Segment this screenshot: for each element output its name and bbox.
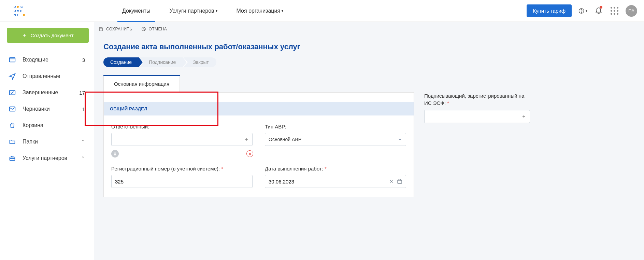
person-icon (111, 150, 119, 158)
signer-input[interactable]: ＋ (424, 110, 530, 123)
plus-icon: ＋ (22, 32, 27, 39)
section-general-header: ОБЩИЙ РАЗДЕЛ (104, 102, 414, 115)
step-create[interactable]: Создание (103, 57, 139, 67)
avatar[interactable]: ПА (626, 5, 637, 17)
svg-point-1 (17, 6, 19, 8)
svg-text:C: C (20, 5, 23, 9)
nav-documents[interactable]: Документы (113, 0, 160, 22)
svg-point-5 (23, 14, 25, 16)
svg-rect-14 (100, 27, 102, 28)
tab-main-info[interactable]: Основная информация (103, 75, 180, 92)
reg-number-text[interactable] (115, 179, 249, 184)
sidebar-label: Корзина (23, 122, 87, 128)
work-date-input[interactable]: ✕ (265, 175, 406, 188)
plus-icon[interactable]: ＋ (244, 136, 249, 142)
notification-dot (600, 6, 602, 9)
calendar-icon[interactable] (397, 179, 402, 184)
notification-bell-icon[interactable] (594, 6, 603, 15)
sidebar-label: Отправленные (23, 73, 87, 79)
field-responsible: Ответственный: ＋ (111, 124, 253, 146)
sidebar-label: Черновики (23, 106, 82, 112)
select-value: Основной АВР (269, 137, 301, 142)
nav-label: Документы (122, 8, 150, 14)
right-panel: Подписывающий, зарегистрированный на ИС … (424, 92, 530, 123)
page-title: Создание акта выполненных работ/оказанны… (103, 42, 644, 51)
nav-label: Услуги партнеров (169, 8, 214, 14)
field-reg-number: Регистрационный номер (в учетной системе… (111, 166, 253, 188)
create-document-button[interactable]: ＋ Создать документ (7, 28, 89, 43)
required-mark: * (221, 166, 223, 172)
main-nav: Документы Услуги партнеров ▾ Моя организ… (113, 0, 293, 22)
sent-icon (8, 72, 16, 80)
sidebar-label: Входящие (23, 57, 82, 63)
svg-rect-17 (398, 180, 402, 183)
chevron-down-icon: ▾ (216, 9, 217, 13)
work-date-text[interactable] (269, 179, 389, 184)
field-label: Тип АВР: (265, 124, 406, 129)
sidebar-item-inbox[interactable]: Входящие 3 (7, 52, 90, 68)
sidebar-count: 17 (79, 90, 85, 96)
assignee-chip-row: ✕ (111, 150, 406, 158)
svg-text:D: D (14, 5, 16, 9)
action-toolbar: СОХРАНИТЬ ОТМЕНА (94, 22, 644, 36)
main-content: СОХРАНИТЬ ОТМЕНА Создание акта выполненн… (94, 22, 644, 260)
drafts-icon (8, 105, 16, 113)
field-label: Дата выполнения работ:* (265, 166, 406, 172)
field-work-date: Дата выполнения работ:* ✕ (265, 166, 406, 188)
sidebar-item-completed[interactable]: Завершенные 17 (7, 84, 90, 101)
step-sign[interactable]: Подписание (139, 57, 183, 67)
plus-icon[interactable]: ＋ (521, 113, 526, 120)
sidebar-count: 3 (82, 57, 85, 63)
folder-icon (8, 138, 16, 146)
save-button[interactable]: СОХРАНИТЬ (99, 27, 132, 31)
cancel-label: ОТМЕНА (149, 27, 167, 31)
field-label: Регистрационный номер (в учетной системе… (111, 166, 253, 172)
svg-rect-10 (10, 58, 15, 62)
sidebar-label: Завершенные (23, 90, 79, 96)
tab-label: Основная информация (114, 81, 169, 87)
sidebar: ＋ Создать документ Входящие 3 Отправленн… (0, 22, 94, 260)
sidebar-item-sent[interactable]: Отправленные (7, 68, 90, 84)
save-label: СОХРАНИТЬ (106, 27, 132, 31)
required-mark: * (447, 100, 449, 106)
nav-label: Моя организация (237, 8, 280, 14)
apps-grid-icon[interactable] (610, 6, 619, 15)
sidebar-label: Услуги партнеров (23, 155, 81, 161)
sidebar-item-trash[interactable]: Корзина (7, 117, 90, 134)
avatar-initials: ПА (628, 8, 634, 13)
required-mark: * (325, 166, 327, 172)
responsible-input[interactable]: ＋ (111, 133, 253, 146)
chevron-down-icon: ▾ (282, 9, 283, 13)
step-closed[interactable]: Закрыт (183, 57, 216, 67)
cancel-button[interactable]: ОТМЕНА (141, 27, 167, 31)
sidebar-item-drafts[interactable]: Черновики 1 (7, 101, 90, 117)
buy-label: Купить тариф (533, 8, 566, 14)
chevron-down-icon: ▾ (586, 9, 587, 13)
field-label: Ответственный: (111, 124, 253, 129)
step-indicator: Создание Подписание Закрыт (103, 57, 644, 67)
nav-partners[interactable]: Услуги партнеров ▾ (160, 0, 227, 22)
header: D C U M E N T L G Документы Услуги партн… (0, 0, 644, 22)
svg-point-9 (581, 12, 582, 12)
trash-icon (8, 121, 16, 129)
logo[interactable]: D C U M E N T L G (14, 4, 31, 18)
inbox-icon (8, 56, 16, 64)
clear-date-icon[interactable]: ✕ (389, 179, 393, 184)
responsible-text[interactable] (115, 137, 244, 142)
briefcase-icon (8, 154, 16, 162)
svg-text:U M E: U M E (14, 9, 22, 13)
sidebar-label: Папки (23, 139, 81, 145)
sidebar-item-folders[interactable]: Папки ⌃ (7, 134, 90, 150)
sidebar-item-partner-services[interactable]: Услуги партнеров ⌃ (7, 150, 90, 166)
avr-type-select[interactable]: Основной АВР (265, 133, 406, 146)
remove-assignee-button[interactable]: ✕ (246, 150, 253, 157)
svg-text:N T: N T (14, 13, 19, 17)
buy-tariff-button[interactable]: Купить тариф (527, 4, 572, 17)
chevron-up-icon: ⌃ (81, 139, 85, 145)
chevron-down-icon (398, 137, 402, 142)
form-panel: ОБЩИЙ РАЗДЕЛ Ответственный: ＋ Тип АВР: О… (103, 92, 414, 197)
reg-number-input[interactable] (111, 175, 253, 188)
chevron-up-icon: ⌃ (81, 155, 85, 161)
help-menu[interactable]: ▾ (578, 6, 587, 15)
nav-organization[interactable]: Моя организация ▾ (227, 0, 293, 22)
